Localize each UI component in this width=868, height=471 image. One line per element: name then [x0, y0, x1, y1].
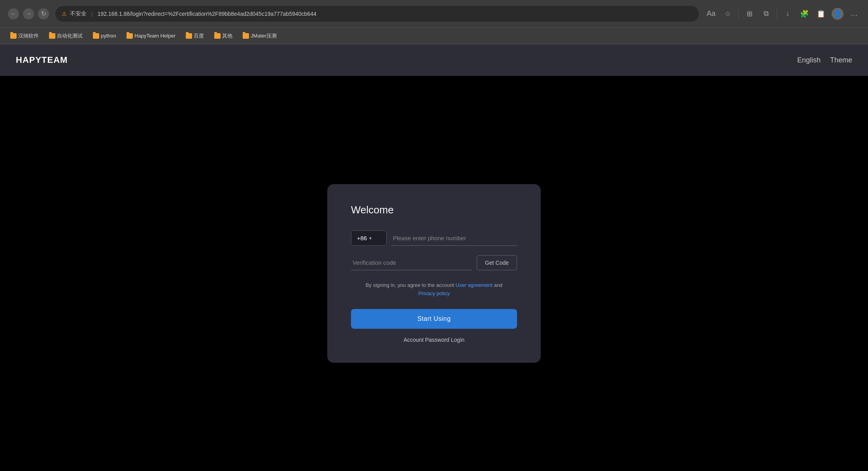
bookmark-label-1: 自动化测试 — [57, 32, 83, 40]
bookmark-item-6[interactable]: JMater压测 — [239, 31, 281, 41]
bookmark-item-0[interactable]: 汉纳软件 — [6, 31, 43, 41]
folder-icon-4 — [186, 33, 192, 39]
start-using-button[interactable]: Start Using — [351, 309, 517, 329]
folder-icon-0 — [10, 33, 17, 39]
user-avatar[interactable]: 👤 — [832, 8, 843, 20]
bookmark-item-3[interactable]: HapyTeam Helper — [123, 31, 179, 40]
bookmark-label-5: 其他 — [222, 32, 232, 40]
folder-icon-5 — [214, 33, 221, 39]
security-warning-icon: ⚠ — [62, 11, 67, 17]
folder-icon-6 — [243, 33, 249, 39]
bookmark-label-4: 百度 — [194, 32, 204, 40]
bookmark-item-1[interactable]: 自动化测试 — [45, 31, 87, 41]
header-actions: English Theme — [797, 56, 852, 64]
country-code-dropdown[interactable]: +86 ▾ — [351, 230, 387, 246]
divider2 — [777, 9, 777, 19]
bookmark-label-2: python — [101, 33, 116, 39]
login-card: Welcome +86 ▾ Get Code By signing in, yo… — [327, 184, 541, 363]
bookmark-label-0: 汉纳软件 — [18, 32, 39, 40]
more-options-button[interactable]: … — [848, 8, 860, 20]
favorites-button[interactable]: ☆ — [722, 8, 734, 20]
agreement-text: By signing in, you agree to the account … — [351, 281, 517, 298]
extensions-button[interactable]: 🧩 — [798, 8, 810, 20]
downloads-button[interactable]: ↓ — [782, 8, 794, 20]
browser-actions: Aa ☆ ⊞ ⧉ ↓ 🧩 📋 👤 … — [705, 8, 860, 20]
url-text: 192.168.1.88/login?redirect=%2Fcertifica… — [98, 11, 317, 17]
agreement-text-middle: and — [494, 282, 502, 288]
browser-chrome: ← → ↻ ⚠ 不安全 | 192.168.1.88/login?redirec… — [0, 0, 868, 28]
get-code-button[interactable]: Get Code — [477, 255, 517, 270]
folder-icon-2 — [93, 33, 99, 39]
collections-button[interactable]: 📋 — [815, 8, 827, 20]
reader-mode-button[interactable]: Aa — [705, 8, 717, 20]
bookmark-item-5[interactable]: 其他 — [210, 31, 236, 41]
tab-groups-button[interactable]: ⧉ — [760, 8, 772, 20]
bookmarks-bar: 汉纳软件 自动化测试 python HapyTeam Helper 百度 其他 … — [0, 28, 868, 44]
phone-input[interactable] — [391, 230, 517, 246]
verification-code-input[interactable] — [351, 255, 472, 270]
user-agreement-link[interactable]: User agreement — [456, 282, 492, 288]
divider — [738, 9, 739, 19]
language-selector[interactable]: English — [797, 56, 821, 64]
welcome-title: Welcome — [351, 204, 517, 216]
agreement-text-before: By signing in, you agree to the account — [366, 282, 454, 288]
theme-toggle[interactable]: Theme — [830, 56, 852, 64]
password-login-link[interactable]: Account Password Login — [351, 337, 517, 343]
security-warning-text: 不安全 — [70, 10, 87, 17]
chevron-down-icon: ▾ — [369, 236, 372, 241]
phone-row: +86 ▾ — [351, 230, 517, 246]
app-header: HAPYTEAM English Theme — [0, 44, 868, 76]
folder-icon-1 — [49, 33, 55, 39]
separator: | — [91, 11, 93, 17]
address-bar[interactable]: ⚠ 不安全 | 192.168.1.88/login?redirect=%2Fc… — [55, 6, 699, 22]
back-button[interactable]: ← — [8, 8, 19, 19]
refresh-button[interactable]: ↻ — [38, 8, 49, 19]
sidebar-button[interactable]: ⊞ — [743, 8, 755, 20]
bookmark-item-2[interactable]: python — [89, 31, 120, 40]
country-code-value: +86 — [357, 235, 367, 241]
forward-button[interactable]: → — [23, 8, 34, 19]
browser-controls: ← → ↻ — [8, 8, 49, 19]
folder-icon-3 — [126, 33, 133, 39]
main-content: Welcome +86 ▾ Get Code By signing in, yo… — [0, 76, 868, 471]
bookmark-label-6: JMater压测 — [251, 32, 277, 40]
bookmark-label-3: HapyTeam Helper — [134, 33, 175, 39]
verification-row: Get Code — [351, 255, 517, 270]
privacy-policy-link[interactable]: Privacy policy — [418, 290, 449, 296]
bookmark-item-4[interactable]: 百度 — [182, 31, 208, 41]
app-logo: HAPYTEAM — [16, 55, 68, 65]
